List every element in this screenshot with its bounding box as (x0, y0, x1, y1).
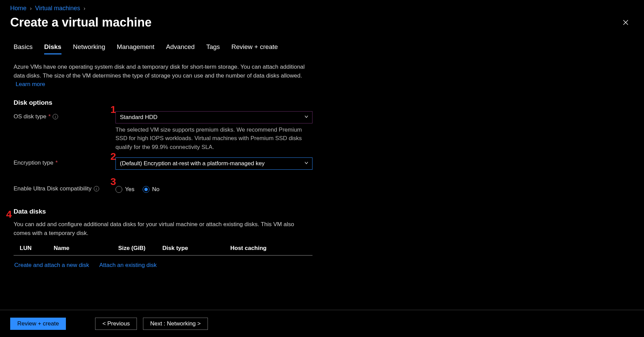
tab-networking[interactable]: Networking (73, 43, 105, 54)
encryption-type-value: (Default) Encryption at-rest with a plat… (120, 160, 265, 167)
breadcrumb-virtual-machines[interactable]: Virtual machines (35, 5, 80, 12)
info-icon[interactable]: i (94, 186, 99, 191)
info-icon[interactable]: i (53, 114, 58, 119)
required-icon: * (48, 113, 51, 120)
annotation-4: 4 (6, 208, 12, 220)
os-disk-type-select[interactable]: Standard HDD (115, 111, 312, 123)
tab-basics[interactable]: Basics (14, 43, 33, 54)
tabs: Basics Disks Networking Management Advan… (0, 30, 644, 54)
ultra-yes-label: Yes (125, 186, 135, 193)
chevron-down-icon (304, 114, 309, 121)
tab-tags[interactable]: Tags (206, 43, 220, 54)
intro-text: Azure VMs have one operating system disk… (14, 63, 312, 89)
radio-icon (143, 186, 149, 193)
col-name: Name (54, 245, 118, 252)
next-button[interactable]: Next : Networking > (143, 318, 208, 330)
attach-existing-disk-link[interactable]: Attach an existing disk (99, 262, 157, 269)
ultra-disk-radio-group: Yes No (115, 183, 312, 196)
chevron-right-icon: › (30, 5, 32, 12)
breadcrumb-home[interactable]: Home (10, 5, 26, 12)
data-disks-description: You can add and configure additional dat… (14, 220, 306, 237)
intro-body: Azure VMs have one operating system disk… (14, 64, 305, 79)
col-type: Disk type (162, 245, 230, 252)
create-attach-disk-link[interactable]: Create and attach a new disk (14, 262, 89, 269)
required-icon: * (55, 159, 58, 166)
learn-more-link[interactable]: Learn more (16, 81, 45, 87)
close-icon[interactable] (621, 18, 630, 27)
col-lun: LUN (20, 245, 54, 252)
encryption-type-label: Encryption type (14, 159, 53, 166)
previous-button[interactable]: < Previous (95, 318, 137, 330)
tab-management[interactable]: Management (117, 43, 155, 54)
radio-icon (115, 186, 122, 193)
disk-options-heading: Disk options (14, 99, 312, 106)
chevron-down-icon (304, 160, 309, 167)
os-disk-type-helper: The selected VM size supports premium di… (115, 125, 312, 152)
tab-advanced[interactable]: Advanced (166, 43, 195, 54)
tab-disks[interactable]: Disks (44, 43, 61, 54)
os-disk-type-value: Standard HDD (120, 114, 158, 121)
table-header-row: LUN Name Size (GiB) Disk type Host cachi… (14, 242, 312, 255)
ultra-no-label: No (152, 186, 160, 193)
page-title: Create a virtual machine (10, 15, 151, 30)
ultra-disk-yes-radio[interactable]: Yes (115, 186, 135, 193)
data-disks-heading: Data disks (14, 208, 312, 215)
ultra-disk-no-radio[interactable]: No (143, 186, 160, 193)
col-size: Size (GiB) (118, 245, 162, 252)
breadcrumb: Home › Virtual machines › (0, 0, 644, 12)
col-cache: Host caching (230, 245, 298, 252)
tab-review[interactable]: Review + create (231, 43, 278, 54)
encryption-type-select[interactable]: (Default) Encryption at-rest with a plat… (115, 157, 312, 170)
os-disk-type-label: OS disk type (14, 113, 46, 120)
ultra-disk-label: Enable Ultra Disk compatibility (14, 185, 92, 192)
data-disks-table: LUN Name Size (GiB) Disk type Host cachi… (14, 242, 312, 256)
content-area: Azure VMs have one operating system disk… (0, 54, 312, 269)
review-create-button[interactable]: Review + create (10, 318, 66, 330)
chevron-right-icon: › (84, 5, 85, 12)
footer-toolbar: Review + create < Previous Next : Networ… (0, 310, 644, 337)
